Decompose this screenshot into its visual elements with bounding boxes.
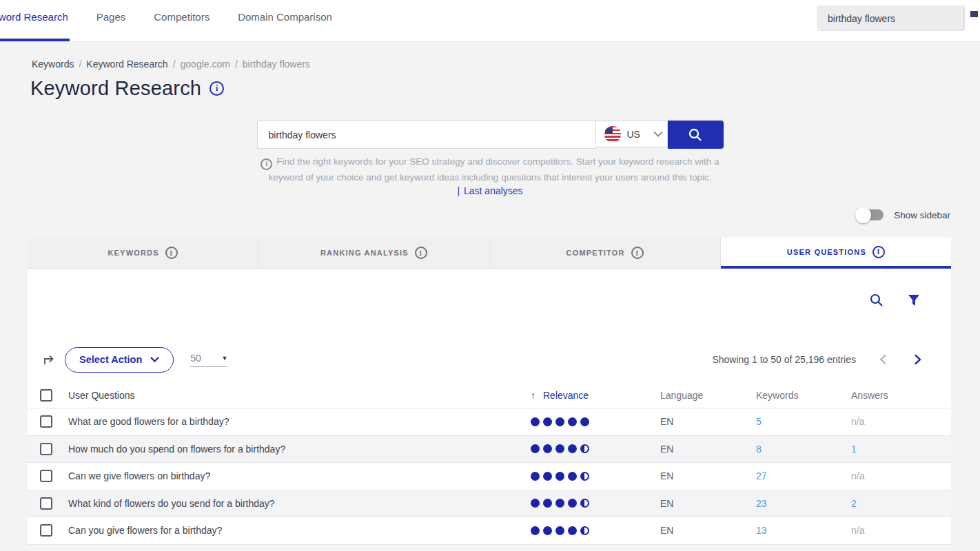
language-value: EN [658,416,756,427]
tab[interactable]: COMPETITOR i [490,238,721,269]
search-button[interactable] [668,121,724,149]
select-all-checkbox[interactable] [40,389,52,402]
top-search-input[interactable] [817,6,965,31]
showing-entries-text: Showing 1 to 50 of 25,196 entries [712,354,856,365]
header-user-questions[interactable]: User Questions [58,390,531,401]
answers-value[interactable]: 2 [851,498,951,509]
relevance-dot-icon [568,526,577,535]
answers-value: n/a [851,470,951,481]
relevance-dot-icon [580,472,589,481]
question-text: What are good flowers for a birthday? [58,416,531,427]
keyword-search-group: US [257,121,724,149]
relevance-dot-icon [531,499,540,508]
question-text: What kind of flowers do you send for a b… [58,498,531,509]
country-select[interactable]: US [595,121,668,147]
answers-value: n/a [851,525,951,536]
page-size-select[interactable]: 50 ▼ [190,353,227,367]
relevance-dot-icon [531,526,540,535]
relevance-dot-icon [555,472,564,481]
relevance-dot-icon [580,526,589,535]
user-questions-table: User Questions ↑ Relevance Language Keyw… [28,382,951,551]
table-row: What are good flowers for a birthday? EN… [28,408,951,436]
keywords-count-link[interactable]: 13 [756,525,851,536]
chevron-down-icon [150,357,159,362]
top-nav-item[interactable]: Pages [96,11,126,23]
relevance-dots [531,417,658,426]
header-keywords[interactable]: Keywords [756,390,851,401]
chevron-down-icon [653,131,663,137]
breadcrumb-item[interactable]: birthday flowers [243,59,310,70]
breadcrumb-separator: / [235,59,238,70]
tab-info-icon[interactable]: i [165,247,178,259]
answers-value: n/a [851,416,951,427]
header-answers[interactable]: Answers [851,390,951,401]
info-icon: i [261,158,272,170]
topbar-divider [963,6,964,30]
keyword-search-input[interactable] [257,121,595,149]
pagination-prev-icon[interactable] [875,352,890,367]
top-nav-item[interactable]: Keyword Research [0,11,68,23]
relevance-dots [531,444,658,453]
relevance-dot-icon [555,499,564,508]
keywords-count-link[interactable]: 8 [756,444,851,455]
relevance-dot-icon [580,417,589,426]
keywords-count-link[interactable]: 5 [756,416,851,427]
relevance-dot-icon [531,472,540,481]
relevance-dots [531,499,658,508]
relevance-dot-icon [580,444,589,453]
tab[interactable]: KEYWORDS i [28,238,258,269]
keywords-count-link[interactable]: 27 [756,470,851,481]
row-checkbox[interactable] [40,497,52,510]
header-relevance[interactable]: ↑ Relevance [531,390,658,401]
breadcrumb-item[interactable]: Keywords [32,59,74,70]
language-value: EN [658,525,756,536]
filter-icon[interactable] [907,293,921,307]
tab-info-icon[interactable]: i [415,247,427,259]
table-row: What kind of flowers do you send for a b… [28,490,951,518]
show-sidebar-toggle[interactable] [857,209,884,220]
page-title-info-icon[interactable]: i [210,81,224,96]
pagination-next-icon[interactable] [910,352,925,367]
relevance-dots [531,472,658,481]
relevance-dot-icon [555,417,564,426]
row-checkbox[interactable] [40,524,52,537]
last-analyses-link[interactable]: |Last analyses [0,185,980,196]
table-row-partial [28,545,951,551]
top-nav-item[interactable]: Domain Comparison [238,11,332,23]
tab-bar: KEYWORDS i RANKING ANALYSIS i COMPETITOR… [28,238,951,269]
breadcrumb-item[interactable]: google.com [181,59,230,70]
relevance-dot-icon [568,472,577,481]
top-nav-item[interactable]: Competitors [154,11,210,23]
relevance-dot-icon [543,526,552,535]
relevance-dot-icon [568,417,577,426]
relevance-dot-icon [531,417,540,426]
keywords-count-link[interactable]: 23 [756,498,851,509]
tab[interactable]: USER QUESTIONS i [721,238,951,269]
row-checkbox[interactable] [40,470,52,482]
country-code-label: US [627,129,640,140]
header-language[interactable]: Language [658,390,756,401]
search-icon [688,127,703,143]
caret-down-icon: ▼ [221,355,227,362]
row-checkbox[interactable] [40,443,52,455]
tab[interactable]: RANKING ANALYSIS i [258,238,489,269]
row-checkbox[interactable] [40,415,52,428]
answers-value[interactable]: 1 [851,444,951,455]
table-header-row: User Questions ↑ Relevance Language Keyw… [28,382,951,408]
relevance-dot-icon [568,444,577,453]
description-text: iFind the right keywords for your SEO st… [0,154,980,185]
relevance-dot-icon [531,444,540,453]
tab-info-icon[interactable]: i [872,246,885,258]
toggle-knob [855,207,871,223]
question-text: Can we give flowers on birthday? [58,470,531,481]
relevance-dot-icon [543,472,552,481]
export-icon[interactable] [41,352,57,367]
tab-info-icon[interactable]: i [631,247,644,259]
table-search-icon[interactable] [869,293,884,308]
select-action-button[interactable]: Select Action [65,347,174,373]
language-value: EN [658,498,756,509]
relevance-dot-icon [543,499,552,508]
breadcrumb-item[interactable]: Keyword Research [86,59,167,70]
language-value: EN [658,444,756,455]
relevance-dot-icon [568,499,577,508]
